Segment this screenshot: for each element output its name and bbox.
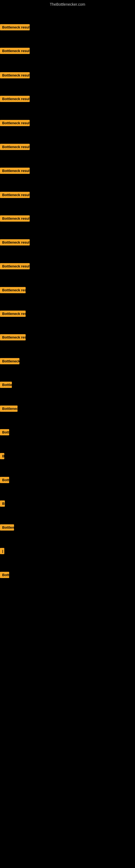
list-item: Bo — [0, 500, 135, 508]
list-item: Bott — [0, 429, 135, 437]
list-item: Bottlenec — [0, 405, 135, 414]
list-item: Bottlen — [0, 524, 135, 532]
bottleneck-label-14: Bottleneck resu — [0, 334, 26, 340]
list-item: Bottleneck result — [0, 48, 135, 56]
bottleneck-label-11: Bottleneck result — [0, 263, 30, 269]
bottleneck-label-12: Bottleneck resu — [0, 287, 26, 293]
list-item: Bott — [0, 572, 135, 580]
site-title: TheBottlenecker.com — [0, 0, 135, 9]
bottleneck-label-6: Bottleneck result — [0, 144, 30, 150]
page-container: TheBottlenecker.com Bottleneck resultBot… — [0, 0, 135, 868]
bottleneck-label-4: Bottleneck result — [0, 96, 30, 102]
bottleneck-label-17: Bottlenec — [0, 405, 17, 412]
list-item: Bottleneck result — [0, 96, 135, 104]
bottleneck-label-5: Bottleneck result — [0, 120, 30, 126]
bottleneck-label-10: Bottleneck result — [0, 239, 30, 246]
bottleneck-label-22: Bottlen — [0, 524, 14, 531]
list-item: Bottle — [0, 382, 135, 390]
list-item: Bottleneck result — [0, 120, 135, 128]
list-item: Bottleneck result — [0, 72, 135, 80]
list-item: Bottleneck result — [0, 192, 135, 200]
list-item: Bottleneck result — [0, 239, 135, 247]
bottleneck-label-2: Bottleneck result — [0, 48, 30, 54]
bottleneck-label-3: Bottleneck result — [0, 72, 30, 79]
bottleneck-label-21: Bo — [0, 500, 5, 507]
bottleneck-label-13: Bottleneck resu — [0, 311, 26, 317]
bottleneck-label-15: Bottleneck — [0, 358, 19, 364]
bottleneck-label-9: Bottleneck result — [0, 215, 30, 222]
bottleneck-label-16: Bottle — [0, 382, 12, 388]
list-item: Bottleneck result — [0, 215, 135, 223]
bottleneck-label-1: Bottleneck result — [0, 24, 30, 30]
bottleneck-label-19: B — [0, 453, 4, 459]
list-item: Bottleneck result — [0, 144, 135, 152]
list-item: Bott — [0, 477, 135, 485]
list-item: Bottleneck resu — [0, 287, 135, 295]
bottleneck-label-20: Bott — [0, 477, 9, 483]
list-item: Bottleneck result — [0, 263, 135, 271]
bottleneck-label-7: Bottleneck result — [0, 167, 30, 174]
list-item: Bottleneck result — [0, 24, 135, 32]
rows-container: Bottleneck resultBottleneck resultBottle… — [0, 9, 135, 599]
list-item: Bottleneck resu — [0, 334, 135, 342]
bottleneck-label-23: | — [0, 548, 4, 554]
list-item: Bottleneck result — [0, 167, 135, 176]
list-item: Bottleneck resu — [0, 311, 135, 319]
bottleneck-label-8: Bottleneck result — [0, 192, 30, 198]
list-item: B — [0, 453, 135, 461]
list-item: | — [0, 548, 135, 556]
bottleneck-label-18: Bott — [0, 429, 9, 435]
list-item: Bottleneck — [0, 358, 135, 366]
bottleneck-label-24: Bott — [0, 572, 9, 578]
